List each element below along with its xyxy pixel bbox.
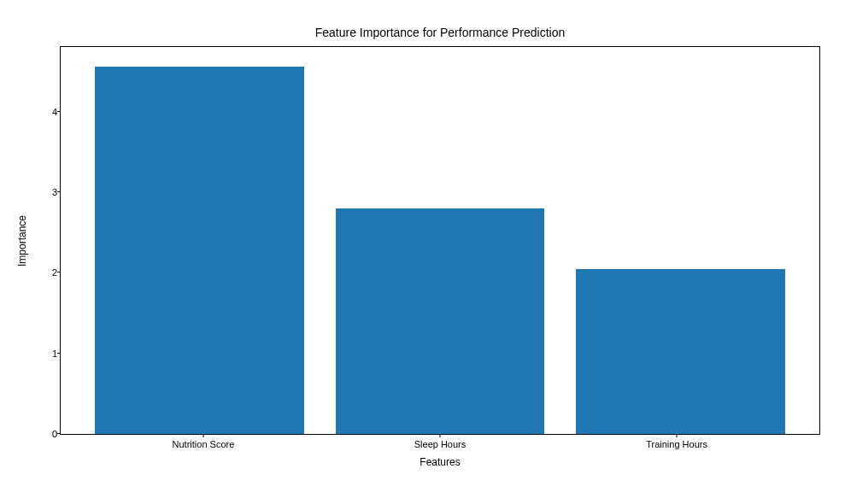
x-tick-label: Sleep Hours	[414, 439, 467, 449]
y-tick-label: 4	[50, 107, 57, 117]
x-tick-label: Nutrition Score	[173, 439, 235, 449]
chart-title: Feature Importance for Performance Predi…	[60, 26, 820, 39]
bars-wrapper	[61, 47, 819, 434]
y-tick-label: 2	[50, 267, 57, 278]
plot-area: Importance 0 1 2 3 4 Nutrition Score Sle…	[60, 46, 820, 435]
y-tick-label: 0	[50, 429, 57, 439]
bar-nutrition-score	[95, 67, 304, 434]
x-tick-label: Training Hours	[646, 439, 707, 449]
chart-container: Feature Importance for Performance Predi…	[60, 26, 820, 444]
bar-training-hours	[576, 269, 785, 434]
y-tick-label: 3	[50, 187, 57, 197]
y-tick-label: 1	[50, 349, 57, 359]
y-axis-label: Importance	[16, 214, 28, 266]
bar-sleep-hours	[336, 208, 545, 434]
x-tick-mark	[677, 434, 678, 437]
x-tick-mark	[440, 434, 441, 437]
x-axis-label: Features	[420, 456, 460, 468]
x-tick-mark	[202, 434, 203, 437]
